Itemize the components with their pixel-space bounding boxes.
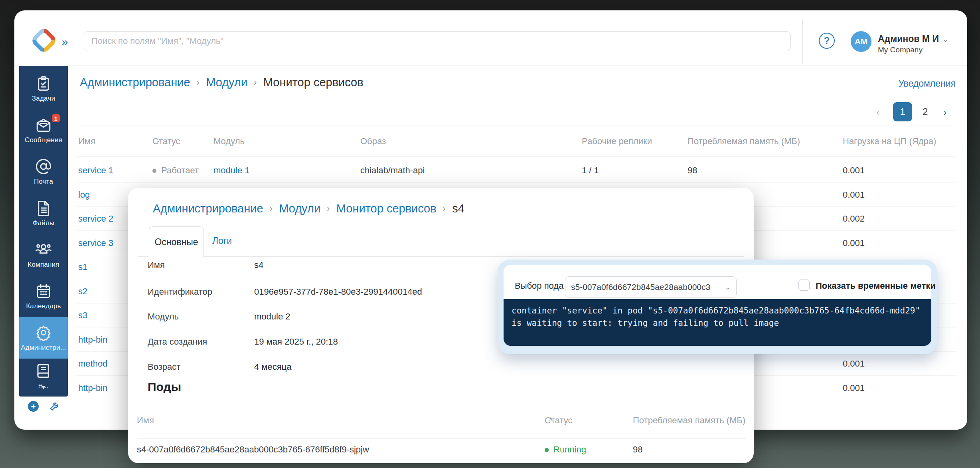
cpu-cell: 0.001 [843,231,865,255]
cpu-cell: 0.001 [843,159,865,182]
table-header: Имя Статус⌄ Модуль Образ Рабочие реплики… [76,136,956,148]
field-value: 0196e957-377d-78e1-80e3-2991440014ed [254,287,422,297]
cpu-cell: 0.001 [843,183,865,206]
pods-header-border [137,438,746,439]
field-label: Идентификатор [148,287,212,297]
wrench-icon[interactable] [49,400,61,412]
sidebar-item-messages[interactable]: Сообщения 1 [19,109,68,151]
breadcrumb-modules[interactable]: Модули [279,202,320,215]
table-header-border [76,156,956,157]
field-value: 19 мая 2025 г., 20:18 [254,337,338,347]
calendar-icon [35,283,52,299]
chevron-right-icon: › [327,203,330,214]
cpu-cell: 0.001 [843,352,865,375]
pods-table-header: Имя Статус∧ Потребляемая память (МБ) [137,415,746,427]
sort-desc-icon: ⌄ [156,136,161,144]
breadcrumb-administration[interactable]: Администрирование [153,202,263,215]
breadcrumb-current-service: s4 [452,202,464,215]
sidebar-item-mail[interactable]: Почта [19,151,68,192]
module-link[interactable]: module 1 [213,159,250,182]
sidebar-item-administration[interactable]: Администри... [19,317,68,359]
user-name: Админов М И [878,34,939,44]
search-input[interactable] [84,31,791,51]
service-link[interactable]: service 2 [78,207,113,230]
breadcrumb-administration[interactable]: Администрирование [80,76,190,89]
sidebar-item-label: Календарь [26,302,61,310]
col-memory: Потребляемая память (МБ) [633,415,745,426]
image-cell: chialab/math-api [360,159,425,182]
timestamps-checkbox-label: Показать временные метки [816,281,936,291]
pagination-page-1[interactable]: 1 [893,102,912,121]
breadcrumb-modules[interactable]: Модули [206,76,247,89]
pod-status: Running [545,441,553,458]
col-module: Модуль [213,136,245,147]
user-menu[interactable]: Админов М И⌄ [878,34,949,44]
mail-icon [35,117,52,133]
breadcrumb: Администрирование › Модули › Монитор сер… [80,76,364,89]
service-link[interactable]: http-bin [78,328,107,351]
cpu-cell: 0.001 [843,376,865,400]
field-label: Дата создания [148,337,207,347]
pod-name: s4-007a0f6d6672b845ae28aab000c3b765-676f… [137,441,369,458]
add-button[interactable]: + [28,401,39,412]
help-icon[interactable]: ? [819,33,835,49]
pod-select-label: Выбор пода [515,281,563,291]
status-dot-icon [545,448,549,452]
service-link[interactable]: s2 [78,280,87,303]
cpu-cell: 0.002 [843,207,865,230]
service-link[interactable]: method [78,352,107,375]
sidebar-item-label: Почта [34,178,53,186]
table-row[interactable]: service 1 Работает module 1 chialab/math… [76,159,956,182]
log-line: container "service" in pod "s5-007a0f6d6… [512,305,923,317]
sidebar-item-tasks[interactable]: Задачи [19,68,68,109]
field-label: Модуль [148,311,179,322]
pagination-page-2[interactable]: 2 [923,106,928,117]
sidebar-item-label: Сообщения [25,136,62,144]
user-company: My Company [878,46,923,54]
service-link[interactable]: service 3 [78,231,113,255]
timestamps-checkbox[interactable] [798,280,810,291]
col-memory: Потребляемая память (МБ) [688,136,800,147]
sidebar-expand-icon[interactable]: » [61,35,68,49]
service-link[interactable]: http-bin [78,376,107,400]
pod-row[interactable]: s4-007a0f6d6672b845ae28aab000c3b765-676f… [137,441,746,458]
sidebar-item-label: Файлы [32,219,54,227]
tabbar-border [138,256,744,257]
service-link[interactable]: s3 [78,303,87,327]
pod-select[interactable]: s5-007a0f6d6672b845ae28aab000c3 ⌄ [565,276,737,298]
clipboard-check-icon [35,75,52,92]
sidebar-item-label: Задачи [32,95,55,103]
notifications-link[interactable]: Уведомления [898,78,956,89]
gear-icon [35,324,52,341]
col-replicas: Рабочие реплики [582,136,652,147]
sidebar-item-calendar[interactable]: Календарь [19,276,68,317]
service-link[interactable]: s1 [78,255,87,279]
replicas-cell: 1 / 1 [582,159,599,182]
chevron-right-icon: › [443,203,446,214]
topbar-divider [14,65,967,66]
chevron-down-icon: ⌄ [942,35,949,44]
tab-logs[interactable]: Логи [212,236,232,246]
topbar-separator [802,19,803,64]
service-link[interactable]: log [78,183,90,206]
sidebar-collapse-icon[interactable]: ▼ [19,384,68,391]
modal-breadcrumb: Администрирование › Модули › Монитор сер… [153,202,464,215]
file-icon [35,200,52,216]
field-value: s4 [254,260,263,270]
pods-section-title: Поды [148,380,181,394]
pagination-next-icon[interactable]: › [943,106,947,119]
module-link[interactable]: module 2 [254,311,290,322]
avatar[interactable]: AM [851,31,871,52]
people-icon [35,241,52,258]
breadcrumb-service-monitor[interactable]: Монитор сервисов [336,202,437,215]
memory-cell: 98 [688,159,697,182]
col-image: Образ [360,136,386,147]
sidebar-item-files[interactable]: Файлы [19,192,68,234]
pagination-prev-icon[interactable]: ‹ [876,106,880,119]
field-label: Имя [148,260,165,270]
col-name: Имя [78,136,95,147]
sidebar-item-company[interactable]: Компания [19,234,68,276]
tab-main[interactable]: Основные [149,226,204,257]
service-link[interactable]: service 1 [78,159,113,182]
breadcrumb-current: Монитор сервисов [263,76,364,89]
